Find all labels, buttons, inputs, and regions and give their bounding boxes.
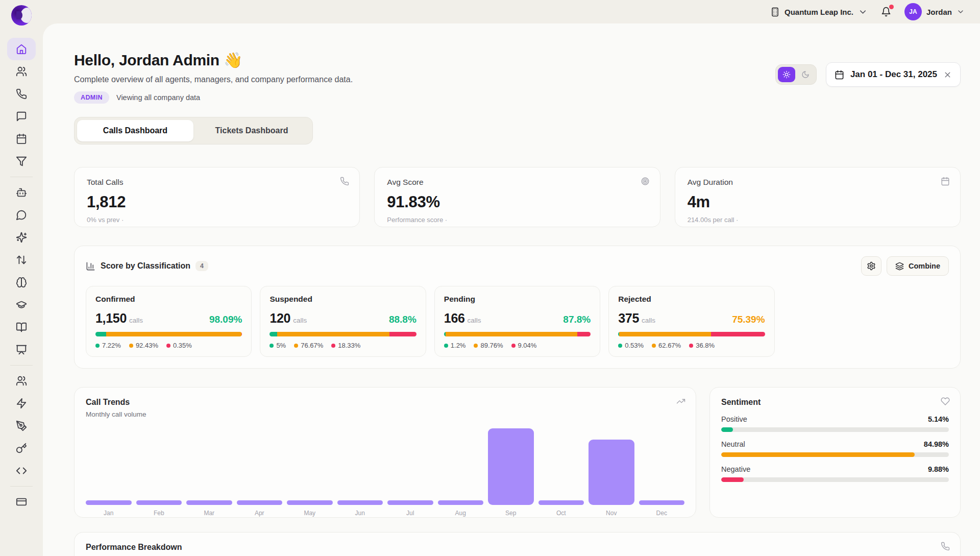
section-title: Performance Breakdown [86, 543, 949, 552]
clear-date-button[interactable] [943, 70, 952, 79]
sidebar-item-teams[interactable] [7, 370, 36, 392]
trend-bar-sep[interactable] [488, 428, 534, 505]
trend-chart [86, 424, 684, 505]
legend-value: 76.67% [301, 342, 323, 349]
sidebar-item-knowledge[interactable] [7, 316, 36, 339]
month-label: Dec [639, 510, 685, 517]
sidebar-item-filters[interactable] [7, 150, 36, 173]
bar-segment [277, 332, 389, 336]
legend-dot-icon [474, 344, 478, 348]
role-note: Viewing all company data [116, 93, 200, 102]
trend-bar-dec[interactable] [639, 500, 685, 505]
trend-bar-mar[interactable] [186, 500, 232, 505]
sidebar-item-calendar[interactable] [7, 128, 36, 150]
trend-bar-jan[interactable] [86, 500, 132, 505]
trend-bar-may[interactable] [287, 500, 333, 505]
settings-button[interactable] [861, 256, 881, 276]
sidebar-item-design[interactable] [7, 415, 36, 437]
trend-slot [387, 424, 433, 505]
sidebar-item-chat[interactable] [7, 204, 36, 226]
trend-bar-aug[interactable] [438, 500, 484, 505]
sidebar-item-billing[interactable] [7, 491, 36, 513]
classification-unit: calls [468, 317, 481, 324]
classification-bar [95, 332, 242, 336]
trend-slot [488, 424, 534, 505]
sidebar-item-developer[interactable] [7, 460, 36, 482]
sentiment-row-positive: Positive5.14% [721, 415, 949, 432]
company-selector[interactable]: Quantum Leap Inc. [770, 7, 868, 17]
stat-card-avg-duration: Avg Duration 4m 214.00s per call · [675, 167, 961, 227]
user-menu[interactable]: JA Jordan [904, 3, 965, 20]
date-range-picker[interactable]: Jan 01 - Dec 31, 2025 [826, 62, 961, 87]
legend-dot-icon [618, 344, 622, 348]
classification-count: 1,150 [95, 311, 127, 325]
sparkles-icon [16, 232, 27, 243]
sidebar-item-bot[interactable] [7, 181, 36, 204]
trend-bar-nov[interactable] [589, 440, 634, 505]
trend-months: JanFebMarAprMayJunJulAugSepOctNovDec [86, 510, 684, 517]
classification-cards: Confirmed 1,150calls 98.09% 7.22%92.43%0… [86, 286, 949, 357]
sidebar-item-training[interactable] [7, 294, 36, 316]
month-label: Oct [538, 510, 584, 517]
sidebar-item-home[interactable] [7, 38, 36, 60]
sidebar-item-messages[interactable] [7, 105, 36, 128]
page-subtitle: Complete overview of all agents, manager… [74, 75, 353, 84]
trend-bar-jun[interactable] [337, 500, 383, 505]
chevron-down-icon [858, 7, 868, 17]
presentation-icon [16, 344, 27, 355]
trend-slot [589, 424, 634, 505]
sidebar-item-ai[interactable] [7, 226, 36, 249]
trend-bar-feb[interactable] [136, 500, 182, 505]
bar-chart-icon [86, 261, 95, 271]
tab-calls-dashboard[interactable]: Calls Dashboard [77, 120, 193, 141]
combine-button[interactable]: Combine [887, 256, 949, 276]
theme-light-button[interactable] [778, 67, 795, 82]
legend-item: 76.67% [294, 342, 323, 349]
sentiment-fill [721, 477, 744, 482]
dashboard-tabs: Calls Dashboard Tickets Dashboard [74, 117, 313, 144]
sidebar-item-transfers[interactable] [7, 249, 36, 271]
classification-score: 88.8% [389, 314, 416, 325]
notifications-button[interactable] [881, 7, 891, 17]
theme-dark-button[interactable] [797, 67, 814, 82]
stat-value: 4m [688, 193, 948, 211]
sidebar-item-automations[interactable] [7, 392, 36, 415]
stat-sub: Performance score · [387, 216, 647, 224]
sidebar-item-users[interactable] [7, 60, 36, 83]
classification-card-confirmed: Confirmed 1,150calls 98.09% 7.22%92.43%0… [86, 286, 252, 357]
bar-segment [446, 332, 577, 336]
main-panel: Hello, Jordan Admin 👋 Complete overview … [43, 23, 980, 556]
classification-card-suspended: Suspended 120calls 88.8% 5%76.67%18.33% [260, 286, 426, 357]
trend-bar-jul[interactable] [387, 500, 433, 505]
trend-bar-oct[interactable] [538, 500, 584, 505]
trend-bar-apr[interactable] [237, 500, 283, 505]
users-icon [16, 375, 27, 386]
legend-value: 62.67% [658, 342, 681, 349]
classification-unit: calls [129, 317, 143, 324]
sidebar-item-presentations[interactable] [7, 339, 36, 361]
theme-toggle[interactable] [775, 64, 817, 85]
sidebar-item-access-keys[interactable] [7, 437, 36, 460]
sentiment-fill [721, 452, 915, 457]
legend-value: 0.53% [625, 342, 644, 349]
classification-legend: 0.53%62.67%36.8% [618, 342, 765, 349]
sidebar-item-calls[interactable] [7, 83, 36, 105]
building-icon [770, 7, 780, 17]
tab-tickets-dashboard[interactable]: Tickets Dashboard [193, 120, 310, 141]
app-logo[interactable] [11, 5, 32, 26]
stat-label: Total Calls [87, 178, 347, 187]
classification-unit: calls [293, 317, 307, 324]
classification-score: 75.39% [732, 314, 765, 325]
month-label: Jun [337, 510, 383, 517]
legend-item: 18.33% [331, 342, 360, 349]
sentiment-rows: Positive5.14%Neutral84.98%Negative9.88% [721, 415, 949, 482]
legend-dot-icon [294, 344, 298, 348]
legend-dot-icon [95, 344, 100, 348]
page-title: Hello, Jordan Admin 👋 [74, 51, 353, 69]
classification-count: 120 [270, 311, 290, 325]
combine-label: Combine [909, 262, 940, 270]
trend-slot [86, 424, 132, 505]
sidebar-item-intelligence[interactable] [7, 271, 36, 294]
sentiment-label: Negative [721, 465, 750, 473]
bar-segment [106, 332, 242, 336]
